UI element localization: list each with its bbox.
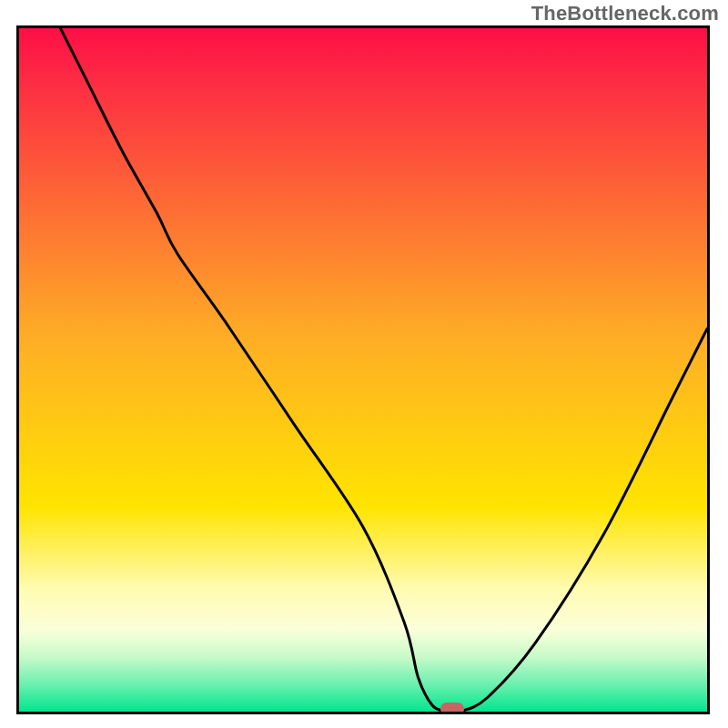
chart-frame: TheBottleneck.com — [0, 0, 728, 728]
watermark-text: TheBottleneck.com — [531, 2, 719, 25]
minimum-marker — [440, 703, 464, 714]
gradient-background — [19, 28, 707, 712]
plot-svg — [19, 28, 707, 712]
plot-area — [16, 25, 710, 714]
